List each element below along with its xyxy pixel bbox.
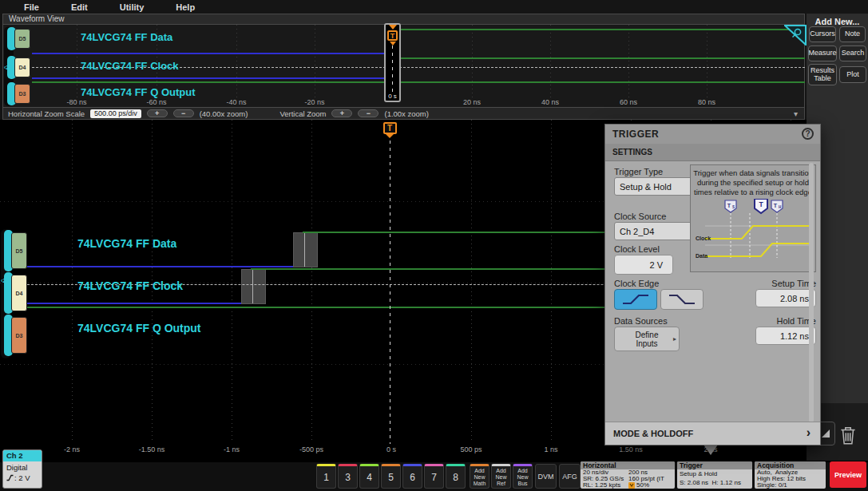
channel-badge-d3[interactable]: D3 [14, 84, 30, 104]
add-note-button[interactable]: Note [839, 26, 866, 42]
hold-time-field[interactable]: 1.12 ns [755, 327, 816, 345]
panel-anchor-pointer [704, 445, 718, 455]
menu-edit[interactable]: Edit [71, 2, 88, 12]
add-new-math-button[interactable]: Add New Math [470, 464, 489, 489]
menu-help[interactable]: Help [176, 2, 195, 12]
channel-4-button[interactable]: 4 [359, 464, 379, 489]
rising-edge-icon [620, 292, 652, 307]
panel-scrollbar[interactable] [809, 163, 814, 422]
data-waveform-low [27, 266, 293, 267]
axis-tick: -40 ns [226, 98, 246, 106]
channel-7-button[interactable]: 7 [424, 464, 444, 489]
menu-file[interactable]: File [24, 2, 39, 12]
mode-holdoff-section[interactable]: MODE & HOLDOFF › [605, 422, 820, 445]
h-zoom-factor: (40.00x zoom) [200, 109, 248, 118]
mode-holdoff-label: MODE & HOLDOFF [605, 422, 820, 445]
clock-edge-rising-button[interactable] [614, 289, 657, 310]
preview-button[interactable]: Preview [830, 461, 866, 488]
clock-waveform-high [394, 57, 805, 59]
axis-tick: 1.50 ns [619, 445, 643, 453]
draw-zoom-box-icon[interactable] [784, 25, 807, 46]
acquisition-single: Single: 0/1 [757, 482, 787, 489]
v-zoom-minus-button[interactable]: − [358, 109, 379, 117]
axis-tick: -1 ns [224, 445, 240, 453]
axis-tick: -500 ps [299, 445, 323, 453]
gridline-v [471, 120, 472, 443]
axis-tick: 0 s [386, 445, 396, 453]
setup-time-field[interactable]: 2.08 ns [755, 289, 816, 307]
h-zoom-minus-button[interactable]: − [173, 109, 194, 117]
channel-badge-d5[interactable]: D5 [14, 29, 30, 49]
afg-button[interactable]: AFG [559, 464, 581, 489]
data-waveform-low [32, 53, 392, 54]
tab-settings[interactable]: SETTINGS [605, 144, 820, 161]
dvm-button[interactable]: DVM [535, 464, 557, 489]
svg-text:S: S [732, 205, 735, 209]
channel-badge-label: D5 [11, 232, 27, 269]
horizontal-status-box[interactable]: Horizontal 20 ns/div200 ns SR: 6.25 GS/s… [581, 461, 675, 489]
oscilloscope-app: File Edit Utility Help Waveform View ‹2 … [0, 0, 868, 491]
clock-level-field[interactable]: 2 V [614, 255, 673, 275]
axis-tick: -80 ns [66, 98, 86, 106]
add-cursors-button[interactable]: Cursors [809, 26, 836, 42]
channel-badge-d3[interactable]: D3 [11, 317, 27, 354]
trigger-description: Trigger when data signals transition dur… [691, 165, 815, 197]
add-search-button[interactable]: Search [839, 46, 866, 61]
add-plot-button[interactable]: Plot [839, 66, 866, 83]
trigger-status-title: Trigger [677, 461, 752, 469]
gridline-v [628, 25, 629, 98]
chevron-down-icon[interactable]: ▾ [794, 109, 798, 118]
transition-edge [304, 233, 305, 267]
setup-hold-diagram: Clock Data T S T T H [694, 199, 812, 263]
menu-utility[interactable]: Utility [120, 2, 145, 12]
channel-badge-label: D4 [14, 57, 30, 77]
channel-2-badge[interactable]: Ch 2 Digital : 2 V [2, 449, 42, 489]
axis-tick: 0 s [388, 93, 397, 101]
v-zoom-plus-button[interactable]: + [331, 109, 352, 117]
add-new-ref-button[interactable]: Add New Ref [491, 464, 511, 489]
channel-badge-label: D3 [14, 84, 30, 104]
channel-1-button[interactable]: 1 [316, 464, 336, 489]
channel-3-button[interactable]: 3 [338, 464, 358, 489]
corner-arrow-icon [819, 427, 832, 440]
clock-source-label: Clock Source [614, 212, 666, 221]
chevron-right-icon: › [807, 422, 811, 443]
trigger-marker[interactable]: T [387, 30, 398, 41]
channel-badge-label: D5 [14, 29, 30, 49]
menu-bar: File Edit Utility Help [0, 0, 868, 14]
define-inputs-button[interactable]: Define Inputs ▸ [614, 327, 680, 351]
axis-tick: -2 ns [64, 445, 80, 453]
clock-edge-falling-button[interactable] [660, 289, 704, 310]
threshold-icon [6, 474, 14, 481]
axis-tick: 80 ns [698, 98, 715, 106]
add-measure-button[interactable]: Measure [808, 46, 837, 61]
channel-badge-d4[interactable]: D4 [11, 275, 27, 311]
trigger-marker: T [383, 122, 397, 134]
diagram-clock-label: Clock [696, 236, 711, 241]
channel-5-button[interactable]: 5 [381, 464, 401, 489]
horizontal-zoom-scale-input[interactable]: 500.00 ps/div [90, 109, 141, 118]
gridline-v [236, 25, 237, 98]
trigger-position-marker[interactable]: T [382, 122, 397, 138]
zoom-window-handle[interactable]: T 0 s [384, 23, 401, 102]
trash-icon[interactable] [838, 424, 858, 446]
trigger-status-box[interactable]: Trigger Setup & Hold S: 2.08 ns H: 1.12 … [677, 461, 752, 489]
channel-badge-d4[interactable]: D4 [14, 57, 30, 77]
channel-8-button[interactable]: 8 [446, 464, 466, 489]
acquisition-status-box[interactable]: Acquisition Auto, Analyze High Res: 12 b… [755, 461, 826, 489]
add-new-bus-button[interactable]: Add New Bus [513, 464, 533, 489]
channel-2-name: Ch 2 [3, 450, 42, 461]
trigger-type-label: Trigger Type [614, 167, 663, 176]
clock-edge-label: Clock Edge [614, 279, 659, 288]
trigger-type-status: Setup & Hold [680, 469, 717, 478]
help-icon[interactable]: ? [802, 128, 814, 140]
data-sources-label: Data Sources [614, 316, 668, 326]
add-results-table-button[interactable]: Results Table [808, 64, 837, 85]
horizontal-zoom-scale-label: Horizontal Zoom Scale [8, 109, 85, 118]
gridline-v [551, 120, 552, 443]
channel-badge-d5[interactable]: D5 [11, 232, 27, 269]
h-zoom-plus-button[interactable]: + [147, 109, 168, 117]
trigger-panel-header[interactable]: TRIGGER ? [605, 125, 820, 145]
channel-6-button[interactable]: 6 [402, 464, 422, 489]
setup-time-label: Setup Time [736, 279, 816, 288]
